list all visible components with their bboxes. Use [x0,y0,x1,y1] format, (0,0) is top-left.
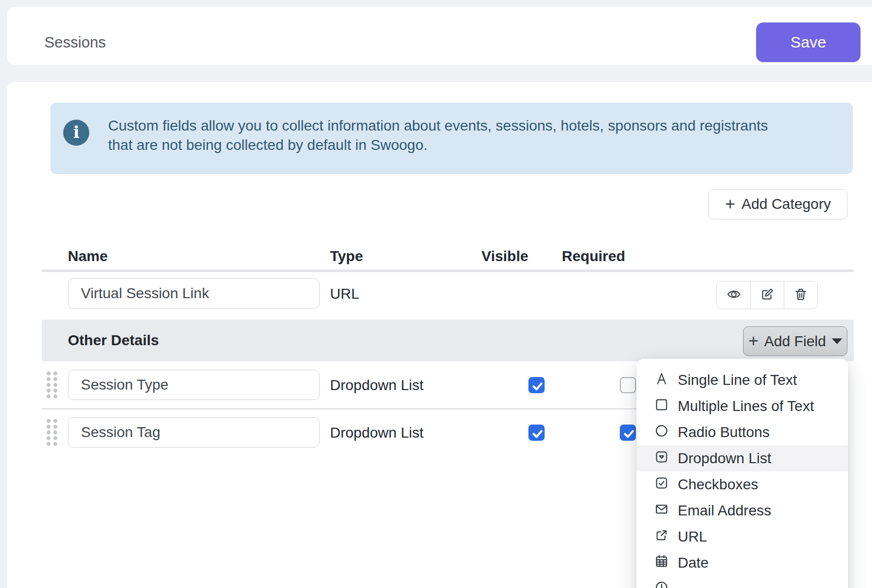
menu-item-url[interactable]: URL [637,524,848,550]
checkbox-icon [654,476,669,494]
menu-item-label: Dropdown List [678,450,771,467]
header-bar: Sessions Save [7,7,872,65]
field-type-value: URL [330,285,359,303]
trash-icon [794,287,808,303]
column-header-visible: Visible [481,248,528,265]
column-header-required: Required [562,248,625,265]
column-header-name: Name [68,248,108,265]
edit-button[interactable] [750,281,784,309]
add-field-button[interactable]: + Add Field [743,326,847,356]
square-icon [654,397,669,416]
envelope-icon [654,502,669,520]
drag-handle[interactable] [46,371,60,399]
save-button[interactable]: Save [756,22,861,62]
column-header-type: Type [330,248,363,265]
required-checkbox[interactable] [620,425,636,441]
visible-checkbox[interactable] [528,377,545,393]
circle-icon [654,424,669,442]
clock-icon [654,580,669,588]
field-name-input[interactable] [68,278,320,309]
letter-a-icon [654,371,669,390]
add-field-label: Add Field [764,333,826,350]
header-divider [42,269,854,272]
info-icon: i [63,120,89,146]
field-name-input[interactable] [68,417,320,448]
menu-item-dropdown-list[interactable]: Dropdown List [637,445,848,472]
menu-item-date[interactable]: Date [637,550,848,576]
field-type-value: Dropdown List [330,377,423,394]
menu-item-checkboxes[interactable]: Checkboxes [637,472,848,498]
info-banner-line2: that are not being collected by default … [108,135,768,155]
category-label: Other Details [68,320,159,361]
view-button[interactable] [717,281,750,309]
add-category-label: Add Category [741,196,831,213]
field-type-value: Dropdown List [330,424,423,442]
category-bar: Other Details + Add Field [42,320,854,361]
caret-down-icon [832,338,842,344]
menu-item-label: Radio Buttons [678,424,770,441]
menu-item-label: Single Line of Text [678,372,797,389]
menu-item-label: Multiple Lines of Text [678,398,814,415]
external-link-icon [654,528,669,546]
page-title: Sessions [44,14,106,72]
menu-item-email-address[interactable]: Email Address [637,498,848,524]
row-divider [42,408,637,409]
menu-item-radio-buttons[interactable]: Radio Buttons [637,419,848,445]
eye-icon [727,287,741,303]
calendar-icon [654,554,669,572]
add-field-menu: Single Line of Text Multiple Lines of Te… [637,359,848,588]
menu-item-label: Email Address [678,502,771,519]
info-banner-text: Custom fields allow you to collect infor… [108,116,768,155]
field-name-input[interactable] [68,370,320,400]
menu-item-label: URL [678,528,707,545]
menu-item-label: Checkboxes [678,476,758,493]
info-banner-line1: Custom fields allow you to collect infor… [108,116,768,135]
add-category-button[interactable]: + Add Category [709,189,847,219]
visible-checkbox[interactable] [528,425,545,441]
info-banner: i Custom fields allow you to collect inf… [51,103,853,174]
row-actions [716,281,818,309]
menu-item-partial[interactable] [637,576,848,588]
plus-icon: + [748,332,758,349]
dropdown-box-icon [654,450,669,468]
menu-item-multiple-lines-of-text[interactable]: Multiple Lines of Text [637,393,848,419]
menu-item-label: Date [678,555,709,571]
plus-icon: + [725,195,735,213]
drag-handle[interactable] [46,418,60,446]
required-checkbox[interactable] [620,377,636,393]
menu-item-single-line-of-text[interactable]: Single Line of Text [637,367,848,393]
edit-icon [760,287,774,303]
delete-button[interactable] [784,281,817,309]
